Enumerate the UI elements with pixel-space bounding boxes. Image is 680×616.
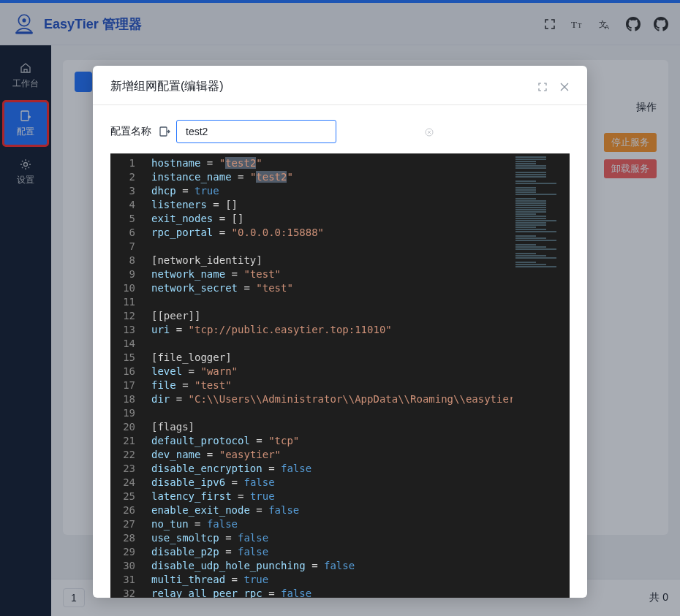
- config-name-row: 配置名称: [93, 105, 587, 153]
- import-icon[interactable]: [159, 126, 170, 137]
- config-name-input[interactable]: [176, 120, 336, 143]
- modal-title: 新增组网配置(编辑器): [110, 79, 224, 94]
- config-name-label: 配置名称: [110, 125, 151, 138]
- config-editor-modal: 新增组网配置(编辑器) 配置名称 12345678910111213141516…: [93, 66, 587, 598]
- editor-minimap[interactable]: [513, 153, 570, 598]
- editor-gutter: 1234567891011121314151617181920212223242…: [110, 153, 144, 598]
- editor-content[interactable]: hostname = "test2"instance_name = "test2…: [144, 153, 570, 598]
- close-icon[interactable]: [559, 82, 570, 92]
- modal-overlay[interactable]: 新增组网配置(编辑器) 配置名称 12345678910111213141516…: [0, 0, 680, 616]
- clear-input-icon[interactable]: [425, 126, 435, 137]
- code-editor[interactable]: 1234567891011121314151617181920212223242…: [110, 153, 570, 598]
- modal-fullscreen-icon[interactable]: [537, 82, 548, 92]
- modal-header: 新增组网配置(编辑器): [93, 66, 587, 105]
- svg-rect-9: [160, 127, 167, 136]
